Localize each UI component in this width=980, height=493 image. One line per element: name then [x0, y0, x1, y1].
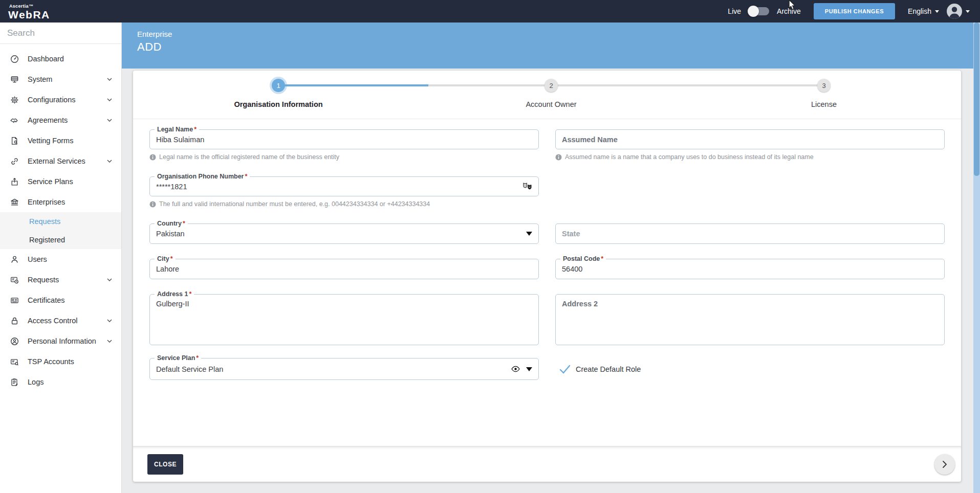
sidebar-item-users[interactable]: Users	[0, 249, 121, 270]
info-icon	[149, 154, 156, 161]
info-icon	[149, 201, 156, 208]
avatar[interactable]	[947, 4, 962, 19]
handshake-icon	[10, 116, 19, 125]
create-default-role-checkbox[interactable]: Create Default Role	[555, 358, 945, 380]
sidebar-item-agreements[interactable]: Agreements	[0, 110, 121, 130]
scrollbar-thumb[interactable]	[974, 23, 979, 176]
service-plan-label: Service Plan*	[155, 354, 201, 362]
postal-code-field[interactable]: Postal Code* 56400	[555, 259, 945, 279]
user-icon	[10, 255, 19, 264]
step-3-circle[interactable]: 3	[817, 79, 831, 92]
address1-label: Address 1*	[155, 290, 194, 298]
sidebar-item-label: Enterprises	[28, 198, 98, 206]
certificate-icon	[10, 296, 19, 305]
chevron-down-icon	[107, 340, 112, 343]
next-step-button[interactable]	[934, 454, 955, 475]
state-label: State	[562, 230, 580, 238]
link-icon	[10, 157, 19, 166]
sidebar-item-certificates[interactable]: Certificates	[0, 290, 121, 310]
sidebar-item-label: Agreements	[28, 116, 98, 124]
user-menu[interactable]	[947, 4, 970, 19]
search-input[interactable]	[7, 28, 120, 38]
address2-textarea[interactable]: Address 2	[555, 294, 945, 345]
publish-changes-button[interactable]: PUBLISH CHANGES	[814, 3, 895, 19]
live-archive-toggle[interactable]	[749, 7, 769, 15]
sidebar-item-external-services[interactable]: External Services	[0, 151, 121, 171]
assumed-name-helper: Assumed name is a name that a company us…	[555, 153, 945, 161]
postal-code-label: Postal Code*	[560, 255, 606, 263]
sidebar-item-logs[interactable]: Logs	[0, 372, 121, 392]
dropdown-arrow-icon[interactable]	[526, 367, 532, 371]
wizard-stepper: 1 2 3 Organisation Information Account O…	[133, 71, 961, 119]
dropdown-arrow-icon[interactable]	[526, 232, 532, 236]
main-content: Enterprise ADD 1 2 3 Organisation Inform…	[122, 23, 980, 493]
sidebar-item-label: Users	[28, 255, 112, 263]
bank-icon	[10, 198, 19, 207]
sidebar-item-configurations[interactable]: Configurations	[0, 89, 121, 110]
postal-code-value[interactable]: 56400	[562, 265, 938, 273]
create-default-role-label: Create Default Role	[576, 365, 641, 373]
sidebar-item-label: Logs	[28, 378, 112, 386]
organisation-phone-label: Organisation Phone Number*	[155, 172, 250, 181]
sidebar-item-label: External Services	[28, 157, 98, 165]
step-2-circle[interactable]: 2	[545, 79, 558, 92]
organisation-phone-helper: The full and valid international number …	[149, 200, 539, 208]
organisation-phone-value[interactable]: *****1821	[156, 183, 523, 191]
sidebar-item-dashboard[interactable]: Dashboard	[0, 49, 121, 69]
sidebar-subitem-registered[interactable]: Registered	[0, 231, 121, 249]
sidebar-item-personal-information[interactable]: Personal Information	[0, 331, 121, 351]
chevron-down-icon	[107, 278, 112, 281]
sidebar-subitem-requests[interactable]: Requests	[0, 212, 121, 231]
chevron-down-icon	[107, 160, 112, 163]
organisation-information-form: Legal Name* Hiba Sulaiman Legal name is …	[133, 129, 961, 380]
service-plan-select[interactable]: Service Plan* Default Service Plan	[149, 358, 539, 380]
stepper-progress	[278, 84, 428, 86]
person-silhouette-icon	[947, 4, 962, 19]
legal-name-field[interactable]: Legal Name* Hiba Sulaiman	[149, 129, 539, 149]
language-selector[interactable]: English	[908, 7, 939, 15]
sidebar-item-service-plans[interactable]: Service Plans	[0, 171, 121, 192]
address1-value[interactable]: Gulberg-II	[156, 300, 532, 308]
city-label: City*	[155, 255, 176, 263]
assumed-name-field[interactable]: Assumed Name	[555, 129, 945, 149]
country-value[interactable]: Pakistan	[156, 230, 526, 238]
country-select[interactable]: Country* Pakistan	[149, 223, 539, 244]
enterprises-submenu: Requests Registered	[0, 212, 121, 249]
address1-textarea[interactable]: Address 1* Gulberg-II	[149, 294, 539, 345]
scrollbar-track[interactable]	[973, 23, 980, 493]
logs-icon	[10, 378, 19, 387]
sidebar-item-access-control[interactable]: Access Control	[0, 310, 121, 331]
city-value[interactable]: Lahore	[156, 265, 532, 273]
sidebar-item-system[interactable]: System	[0, 69, 121, 89]
toggle-knob[interactable]	[748, 6, 759, 17]
archive-label: Archive	[777, 7, 801, 15]
eye-icon[interactable]	[511, 366, 520, 372]
sidebar-item-tsp-accounts[interactable]: TSP Accounts	[0, 351, 121, 372]
chevron-down-icon	[107, 119, 112, 122]
sidebar-item-label: TSP Accounts	[28, 357, 112, 366]
chevron-down-icon	[107, 319, 112, 322]
state-field[interactable]: State	[555, 223, 945, 244]
organisation-phone-field[interactable]: Organisation Phone Number* *****1821	[149, 176, 539, 196]
service-plan-value[interactable]: Default Service Plan	[156, 365, 511, 373]
required-marker: *	[170, 255, 173, 262]
brand-name: WebRA	[8, 9, 50, 20]
chevron-right-icon	[942, 460, 948, 468]
sidebar-item-enterprises[interactable]: Enterprises	[0, 192, 121, 212]
required-marker: *	[196, 354, 199, 362]
step-number: 1	[276, 82, 280, 89]
page-title: ADD	[137, 40, 980, 54]
city-field[interactable]: City* Lahore	[149, 259, 539, 279]
legal-name-value[interactable]: Hiba Sulaiman	[156, 136, 532, 144]
step-1-circle[interactable]: 1	[272, 79, 285, 92]
sidebar: Dashboard System Configurations	[0, 23, 122, 493]
chevron-down-icon	[107, 78, 112, 81]
step-number: 2	[549, 82, 553, 89]
sidebar-item-vetting-forms[interactable]: Vetting Forms	[0, 130, 121, 151]
lock-icon	[10, 317, 19, 325]
chevron-down-icon	[935, 10, 939, 13]
close-button[interactable]: CLOSE	[147, 454, 183, 475]
masked-value-icon[interactable]	[523, 183, 532, 190]
country-label: Country*	[155, 219, 188, 228]
sidebar-item-requests[interactable]: Requests	[0, 270, 121, 290]
